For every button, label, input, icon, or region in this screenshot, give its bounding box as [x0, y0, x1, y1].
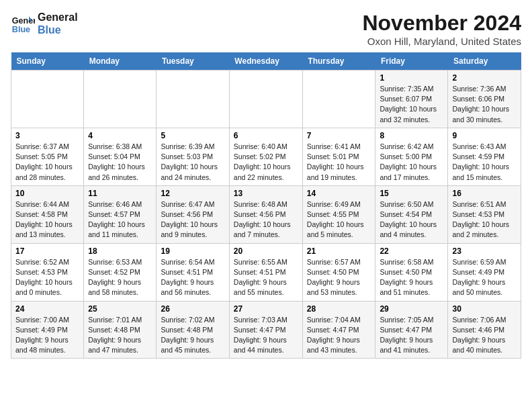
day-header-wednesday: Wednesday — [229, 52, 302, 71]
calendar-day: 7Sunrise: 6:41 AM Sunset: 5:01 PM Daylig… — [302, 128, 375, 185]
day-info: Sunrise: 6:54 AM Sunset: 4:51 PM Dayligh… — [161, 257, 224, 298]
calendar-day: 27Sunrise: 7:03 AM Sunset: 4:47 PM Dayli… — [229, 301, 302, 359]
calendar-day: 13Sunrise: 6:48 AM Sunset: 4:56 PM Dayli… — [229, 185, 302, 243]
calendar-day: 9Sunrise: 6:43 AM Sunset: 4:59 PM Daylig… — [448, 128, 521, 185]
day-info: Sunrise: 6:46 AM Sunset: 4:57 PM Dayligh… — [88, 199, 152, 240]
day-info: Sunrise: 6:53 AM Sunset: 4:52 PM Dayligh… — [88, 257, 152, 298]
calendar-week-2: 3Sunrise: 6:37 AM Sunset: 5:05 PM Daylig… — [11, 128, 521, 185]
page-header: General Blue General Blue November 2024 … — [11, 11, 521, 47]
day-number: 16 — [452, 189, 517, 198]
day-header-sunday: Sunday — [11, 52, 84, 71]
calendar-day: 5Sunrise: 6:39 AM Sunset: 5:03 PM Daylig… — [157, 128, 229, 185]
day-number: 6 — [234, 131, 298, 140]
calendar-day: 11Sunrise: 6:46 AM Sunset: 4:57 PM Dayli… — [84, 185, 157, 243]
day-number: 26 — [161, 304, 224, 314]
day-info: Sunrise: 6:43 AM Sunset: 4:59 PM Dayligh… — [452, 142, 517, 183]
calendar-week-4: 17Sunrise: 6:52 AM Sunset: 4:53 PM Dayli… — [11, 243, 521, 301]
day-number: 14 — [307, 189, 371, 198]
calendar-table: SundayMondayTuesdayWednesdayThursdayFrid… — [11, 52, 521, 359]
day-number: 12 — [161, 189, 224, 198]
day-number: 2 — [452, 73, 517, 83]
day-number: 17 — [15, 246, 79, 256]
day-number: 10 — [15, 189, 79, 198]
day-info: Sunrise: 6:41 AM Sunset: 5:01 PM Dayligh… — [307, 142, 371, 183]
day-info: Sunrise: 6:57 AM Sunset: 4:50 PM Dayligh… — [307, 257, 371, 298]
day-info: Sunrise: 7:05 AM Sunset: 4:47 PM Dayligh… — [380, 315, 443, 356]
calendar-day: 16Sunrise: 6:51 AM Sunset: 4:53 PM Dayli… — [448, 185, 521, 243]
calendar-day: 12Sunrise: 6:47 AM Sunset: 4:56 PM Dayli… — [157, 185, 229, 243]
month-title: November 2024 — [362, 11, 521, 36]
calendar-day: 25Sunrise: 7:01 AM Sunset: 4:48 PM Dayli… — [84, 301, 157, 359]
day-number: 18 — [88, 246, 152, 256]
calendar-day — [302, 71, 375, 128]
day-number: 5 — [161, 131, 224, 140]
day-info: Sunrise: 6:38 AM Sunset: 5:04 PM Dayligh… — [88, 142, 152, 183]
day-info: Sunrise: 6:50 AM Sunset: 4:54 PM Dayligh… — [380, 199, 443, 240]
day-info: Sunrise: 7:36 AM Sunset: 6:06 PM Dayligh… — [452, 84, 517, 125]
calendar-day: 23Sunrise: 6:59 AM Sunset: 4:49 PM Dayli… — [448, 243, 521, 301]
day-info: Sunrise: 6:37 AM Sunset: 5:05 PM Dayligh… — [15, 142, 79, 183]
calendar-day: 6Sunrise: 6:40 AM Sunset: 5:02 PM Daylig… — [229, 128, 302, 185]
location-subtitle: Oxon Hill, Maryland, United States — [362, 36, 521, 47]
day-info: Sunrise: 7:06 AM Sunset: 4:46 PM Dayligh… — [452, 315, 517, 356]
logo-icon: General Blue — [11, 11, 35, 36]
day-number: 9 — [452, 131, 517, 140]
day-info: Sunrise: 6:58 AM Sunset: 4:50 PM Dayligh… — [380, 257, 443, 298]
calendar-day: 14Sunrise: 6:49 AM Sunset: 4:55 PM Dayli… — [302, 185, 375, 243]
day-info: Sunrise: 7:04 AM Sunset: 4:47 PM Dayligh… — [307, 315, 371, 356]
day-info: Sunrise: 7:03 AM Sunset: 4:47 PM Dayligh… — [234, 315, 298, 356]
day-header-friday: Friday — [375, 52, 448, 71]
calendar-header-row: SundayMondayTuesdayWednesdayThursdayFrid… — [11, 52, 521, 71]
calendar-day — [84, 71, 157, 128]
calendar-day: 19Sunrise: 6:54 AM Sunset: 4:51 PM Dayli… — [157, 243, 229, 301]
calendar-week-1: 1Sunrise: 7:35 AM Sunset: 6:07 PM Daylig… — [11, 71, 521, 128]
day-number: 22 — [380, 246, 443, 256]
calendar-day — [157, 71, 229, 128]
calendar-day — [11, 71, 84, 128]
day-header-thursday: Thursday — [302, 52, 375, 71]
day-info: Sunrise: 6:48 AM Sunset: 4:56 PM Dayligh… — [234, 199, 298, 240]
logo: General Blue General Blue — [11, 11, 78, 36]
day-header-monday: Monday — [84, 52, 157, 71]
calendar-day: 2Sunrise: 7:36 AM Sunset: 6:06 PM Daylig… — [448, 71, 521, 128]
calendar-week-5: 24Sunrise: 7:00 AM Sunset: 4:49 PM Dayli… — [11, 301, 521, 359]
day-info: Sunrise: 6:52 AM Sunset: 4:53 PM Dayligh… — [15, 257, 79, 298]
calendar-day: 24Sunrise: 7:00 AM Sunset: 4:49 PM Dayli… — [11, 301, 84, 359]
logo-line1: General — [38, 11, 78, 24]
day-number: 29 — [380, 304, 443, 314]
calendar-day: 17Sunrise: 6:52 AM Sunset: 4:53 PM Dayli… — [11, 243, 84, 301]
day-number: 28 — [307, 304, 371, 314]
day-number: 19 — [161, 246, 224, 256]
calendar-day: 21Sunrise: 6:57 AM Sunset: 4:50 PM Dayli… — [302, 243, 375, 301]
calendar-day: 30Sunrise: 7:06 AM Sunset: 4:46 PM Dayli… — [448, 301, 521, 359]
day-number: 1 — [380, 73, 443, 83]
calendar-day: 20Sunrise: 6:55 AM Sunset: 4:51 PM Dayli… — [229, 243, 302, 301]
day-info: Sunrise: 6:40 AM Sunset: 5:02 PM Dayligh… — [234, 142, 298, 183]
day-number: 24 — [15, 304, 79, 314]
day-number: 20 — [234, 246, 298, 256]
day-info: Sunrise: 7:01 AM Sunset: 4:48 PM Dayligh… — [88, 315, 152, 356]
day-info: Sunrise: 6:42 AM Sunset: 5:00 PM Dayligh… — [380, 142, 443, 183]
day-number: 23 — [452, 246, 517, 256]
calendar-day: 28Sunrise: 7:04 AM Sunset: 4:47 PM Dayli… — [302, 301, 375, 359]
day-number: 3 — [15, 131, 79, 140]
day-number: 27 — [234, 304, 298, 314]
day-header-tuesday: Tuesday — [157, 52, 229, 71]
calendar-day — [229, 71, 302, 128]
day-number: 4 — [88, 131, 152, 140]
calendar-day: 18Sunrise: 6:53 AM Sunset: 4:52 PM Dayli… — [84, 243, 157, 301]
day-info: Sunrise: 7:35 AM Sunset: 6:07 PM Dayligh… — [380, 84, 443, 125]
day-header-saturday: Saturday — [448, 52, 521, 71]
day-info: Sunrise: 6:59 AM Sunset: 4:49 PM Dayligh… — [452, 257, 517, 298]
calendar-day: 22Sunrise: 6:58 AM Sunset: 4:50 PM Dayli… — [375, 243, 448, 301]
calendar-day: 1Sunrise: 7:35 AM Sunset: 6:07 PM Daylig… — [375, 71, 448, 128]
day-info: Sunrise: 6:39 AM Sunset: 5:03 PM Dayligh… — [161, 142, 224, 183]
day-number: 15 — [380, 189, 443, 198]
day-info: Sunrise: 7:02 AM Sunset: 4:48 PM Dayligh… — [161, 315, 224, 356]
day-number: 11 — [88, 189, 152, 198]
day-number: 30 — [452, 304, 517, 314]
calendar-day: 10Sunrise: 6:44 AM Sunset: 4:58 PM Dayli… — [11, 185, 84, 243]
calendar-day: 26Sunrise: 7:02 AM Sunset: 4:48 PM Dayli… — [157, 301, 229, 359]
title-block: November 2024 Oxon Hill, Maryland, Unite… — [362, 11, 521, 47]
calendar-day: 29Sunrise: 7:05 AM Sunset: 4:47 PM Dayli… — [375, 301, 448, 359]
